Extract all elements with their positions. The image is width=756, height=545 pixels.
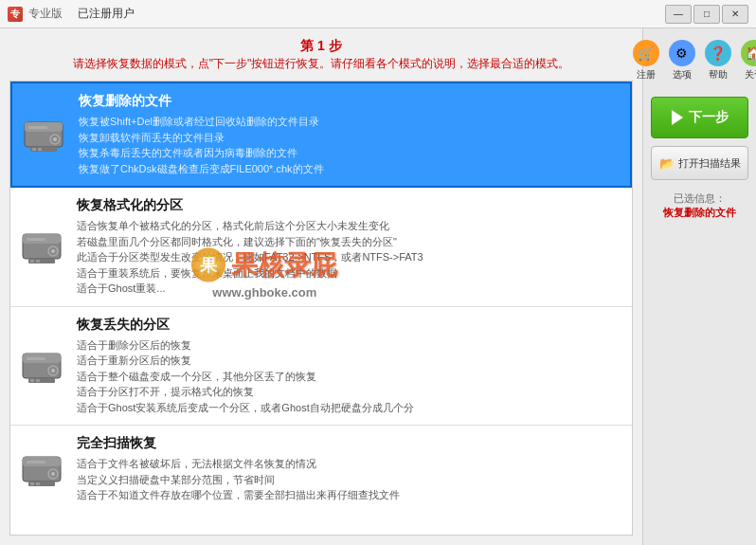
svg-rect-10 (27, 238, 45, 241)
step-number: 第 1 步 (9, 38, 633, 55)
left-panel: 第 1 步 请选择恢复数据的模式，点"下一步"按钮进行恢复。请仔细看各个模式的说… (0, 28, 642, 545)
options-label: 选项 (673, 68, 692, 82)
register-icon: 🛒 (633, 40, 659, 66)
help-icon: ❓ (705, 40, 731, 66)
register-label: 注册 (637, 68, 656, 82)
svg-point-20 (51, 369, 55, 372)
window-controls: — □ ✕ (665, 5, 748, 24)
help-label: 帮助 (709, 68, 728, 82)
maximize-button[interactable]: □ (693, 5, 720, 24)
title-bar: 专 专业版 已注册用户 — □ ✕ (0, 0, 756, 28)
selected-info-value: 恢复删除的文件 (663, 206, 736, 220)
svg-rect-18 (27, 357, 45, 360)
step-description: 请选择恢复数据的模式，点"下一步"按钮进行恢复。请仔细看各个模式的说明，选择最合… (9, 55, 633, 73)
user-label: 已注册用户 (78, 6, 135, 22)
about-icon: 🏠 (741, 40, 757, 66)
title-text: 专业版 已注册用户 (28, 6, 665, 22)
svg-rect-2 (28, 126, 47, 129)
hdd-icon-1 (20, 117, 67, 153)
about-button[interactable]: 🏠 关于 (739, 38, 757, 83)
svg-rect-30 (30, 482, 34, 485)
option-full-scan[interactable]: 完全扫描恢复 适合于文件名被破坏后，无法根据文件名恢复的情况 当定义义扫描硬盘中… (10, 426, 632, 513)
option-4-desc: 适合于文件名被破坏后，无法根据文件名恢复的情况 当定义义扫描硬盘中某部分范围，节… (77, 456, 624, 503)
hdd-icon-3 (18, 348, 65, 384)
svg-rect-26 (27, 461, 45, 463)
options-icon: ⚙ (669, 40, 695, 66)
option-recover-lost[interactable]: 恢复丢失的分区 适合于删除分区后的恢复 适合于重新分区后的恢复 适合于整个磁盘变… (10, 307, 632, 427)
option-3-desc: 适合于删除分区后的恢复 适合于重新分区后的恢复 适合于整个磁盘变成一个分区，其他… (77, 337, 624, 416)
svg-rect-14 (30, 260, 34, 263)
edition-label: 专业版 (28, 6, 63, 22)
open-scan-label: 打开扫描结果 (678, 156, 741, 171)
help-button[interactable]: ❓ 帮助 (703, 38, 733, 83)
option-1-desc: 恢复被Shift+Del删除或者经过回收站删除的文件目录 恢复卸载软件而丢失的文… (79, 114, 622, 176)
options-list: 恢复删除的文件 恢复被Shift+Del删除或者经过回收站删除的文件目录 恢复卸… (9, 81, 633, 536)
step-header: 第 1 步 请选择恢复数据的模式，点"下一步"按钮进行恢复。请仔细看各个模式的说… (9, 38, 633, 73)
option-4-title: 完全扫描恢复 (77, 435, 624, 452)
close-button[interactable]: ✕ (722, 5, 748, 24)
selected-info: 已选信息： 恢复删除的文件 (663, 191, 736, 220)
svg-point-28 (51, 472, 55, 476)
option-2-title: 恢复格式化的分区 (77, 197, 624, 214)
svg-point-4 (53, 137, 57, 141)
hdd-icon-4 (18, 451, 65, 487)
option-recover-deleted[interactable]: 恢复删除的文件 恢复被Shift+Del删除或者经过回收站删除的文件目录 恢复卸… (10, 82, 632, 188)
option-1-content: 恢复删除的文件 恢复被Shift+Del删除或者经过回收站删除的文件目录 恢复卸… (79, 93, 622, 176)
toolbar-icons: 🛒 注册 ⚙ 选项 ❓ 帮助 🏠 关于 (631, 38, 757, 83)
open-scan-result-button[interactable]: 📂 打开扫描结果 (651, 146, 748, 180)
about-label: 关于 (745, 68, 757, 82)
svg-rect-22 (30, 379, 34, 382)
svg-rect-15 (36, 260, 40, 263)
selected-info-label: 已选信息： (663, 191, 736, 206)
option-1-title: 恢复删除的文件 (79, 93, 622, 110)
register-button[interactable]: 🛒 注册 (631, 38, 661, 83)
svg-point-12 (51, 249, 55, 253)
option-3-content: 恢复丢失的分区 适合于删除分区后的恢复 适合于重新分区后的恢复 适合于整个磁盘变… (77, 317, 624, 416)
svg-rect-7 (38, 148, 42, 151)
right-panel: 🛒 注册 ⚙ 选项 ❓ 帮助 🏠 关于 (642, 28, 756, 545)
options-button[interactable]: ⚙ 选项 (667, 38, 697, 83)
option-2-content: 恢复格式化的分区 适合恢复单个被格式化的分区，格式化前后这个分区大小未发生变化 … (77, 197, 624, 297)
hdd-icon-2 (18, 228, 65, 264)
option-3-title: 恢复丢失的分区 (77, 317, 624, 334)
svg-rect-31 (36, 482, 40, 485)
minimize-button[interactable]: — (665, 5, 692, 24)
next-step-label: 下一步 (689, 109, 729, 126)
next-step-button[interactable]: 下一步 (651, 97, 748, 138)
app-icon: 专 (8, 7, 23, 22)
option-2-desc: 适合恢复单个被格式化的分区，格式化前后这个分区大小未发生变化 若磁盘里面几个分区… (77, 218, 624, 297)
next-arrow-icon (672, 110, 683, 125)
main-container: 第 1 步 请选择恢复数据的模式，点"下一步"按钮进行恢复。请仔细看各个模式的说… (0, 28, 756, 545)
option-4-content: 完全扫描恢复 适合于文件名被破坏后，无法根据文件名恢复的情况 当定义义扫描硬盘中… (77, 435, 624, 503)
svg-rect-23 (36, 379, 40, 382)
option-recover-formatted[interactable]: 恢复格式化的分区 适合恢复单个被格式化的分区，格式化前后这个分区大小未发生变化 … (10, 188, 632, 307)
svg-rect-6 (32, 148, 36, 151)
